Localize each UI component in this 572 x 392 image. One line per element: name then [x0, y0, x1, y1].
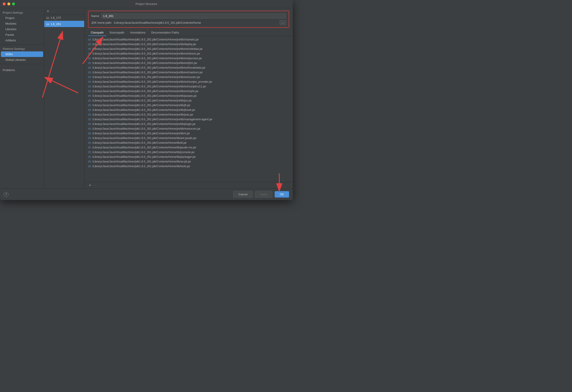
- window-controls: [3, 2, 15, 5]
- classpath-item[interactable]: 🗃/Library/Java/JavaVirtualMachines/jdk1.…: [88, 51, 289, 56]
- sdk-name-1_8_261: 1.8_261: [50, 22, 61, 26]
- classpath-item[interactable]: 🗃/Library/Java/JavaVirtualMachines/jdk1.…: [88, 70, 289, 75]
- classpath-item[interactable]: 🗃/Library/Java/JavaVirtualMachines/jdk1.…: [88, 84, 289, 89]
- classpath-path: /Library/Java/JavaVirtualMachines/jdk1.8…: [92, 94, 197, 98]
- classpath-item[interactable]: 🗃/Library/Java/JavaVirtualMachines/jdk1.…: [88, 75, 289, 79]
- classpath-path: /Library/Java/JavaVirtualMachines/jdk1.8…: [92, 43, 196, 46]
- classpath-item[interactable]: 🗃/Library/Java/JavaVirtualMachines/jdk1.…: [88, 154, 289, 159]
- add-classpath-button[interactable]: +: [88, 183, 92, 187]
- classpath-item[interactable]: 🗃/Library/Java/JavaVirtualMachines/jdk1.…: [88, 108, 289, 112]
- jar-icon: 🗃: [88, 75, 91, 79]
- ok-button[interactable]: OK: [275, 191, 289, 197]
- jar-icon: 🗃: [88, 132, 91, 135]
- remove-sdk-button[interactable]: −: [52, 9, 55, 13]
- classpath-path: /Library/Java/JavaVirtualMachines/jdk1.8…: [92, 122, 196, 126]
- sidebar: Project Settings Project Modules Librari…: [0, 8, 44, 188]
- sdk-item-1_8_172[interactable]: 🗂 1.8_172: [44, 15, 84, 21]
- classpath-item[interactable]: 🗃/Library/Java/JavaVirtualMachines/jdk1.…: [88, 122, 289, 126]
- sidebar-item-facets[interactable]: Facets: [0, 32, 44, 37]
- classpath-path: /Library/Java/JavaVirtualMachines/jdk1.8…: [92, 141, 187, 144]
- jar-icon: 🗃: [88, 103, 91, 107]
- classpath-item[interactable]: 🗃/Library/Java/JavaVirtualMachines/jdk1.…: [88, 79, 289, 84]
- jar-icon: 🗃: [88, 160, 91, 163]
- classpath-item[interactable]: 🗃/Library/Java/JavaVirtualMachines/jdk1.…: [88, 159, 289, 164]
- sidebar-item-libraries[interactable]: Libraries: [0, 26, 44, 32]
- classpath-path: /Library/Java/JavaVirtualMachines/jdk1.8…: [92, 85, 206, 88]
- remove-classpath-button[interactable]: −: [94, 183, 97, 187]
- jar-icon: 🗃: [88, 108, 91, 112]
- jar-icon: 🗃: [88, 61, 91, 65]
- classpath-item[interactable]: 🗃/Library/Java/JavaVirtualMachines/jdk1.…: [88, 61, 289, 65]
- name-label: Name:: [91, 14, 100, 18]
- sidebar-item-global-libraries[interactable]: Global Libraries: [0, 57, 44, 63]
- classpath-item[interactable]: 🗃/Library/Java/JavaVirtualMachines/jdk1.…: [88, 145, 289, 150]
- maximize-button[interactable]: [12, 2, 15, 5]
- sidebar-item-artifacts[interactable]: Artifacts: [0, 37, 44, 43]
- folder-icon-selected: 🗂: [46, 22, 49, 26]
- sdk-list-panel: + − 🗂 1.8_172 🗂 1.8_261: [44, 8, 84, 188]
- classpath-item[interactable]: 🗃/Library/Java/JavaVirtualMachines/jdk1.…: [88, 103, 289, 108]
- tab-classpath[interactable]: Classpath: [88, 30, 106, 36]
- sidebar-divider: [0, 45, 44, 45]
- jar-icon: 🗃: [88, 146, 91, 149]
- cancel-button[interactable]: Cancel: [233, 191, 253, 197]
- tab-documentation-paths[interactable]: Documentation Paths: [149, 30, 182, 36]
- sidebar-item-sdks[interactable]: SDKs: [1, 51, 43, 57]
- classpath-item[interactable]: 🗃/Library/Java/JavaVirtualMachines/jdk1.…: [88, 56, 289, 61]
- tab-annotations[interactable]: Annotations: [127, 30, 148, 36]
- classpath-item[interactable]: 🗃/Library/Java/JavaVirtualMachines/jdk1.…: [88, 164, 289, 168]
- classpath-path: /Library/Java/JavaVirtualMachines/jdk1.8…: [92, 151, 195, 154]
- jdk-home-more-button[interactable]: ...: [280, 20, 286, 25]
- sidebar-item-modules[interactable]: Modules: [0, 21, 44, 26]
- sdk-name-1_8_172: 1.8_172: [50, 16, 61, 19]
- project-settings-header: Project Settings: [0, 10, 44, 15]
- classpath-path: /Library/Java/JavaVirtualMachines/jdk1.8…: [92, 57, 202, 60]
- classpath-item[interactable]: 🗃/Library/Java/JavaVirtualMachines/jdk1.…: [88, 93, 289, 98]
- title-bar: Project Structure: [0, 0, 293, 8]
- classpath-item[interactable]: 🗃/Library/Java/JavaVirtualMachines/jdk1.…: [88, 140, 289, 145]
- classpath-item[interactable]: 🗃/Library/Java/JavaVirtualMachines/jdk1.…: [88, 136, 289, 140]
- name-input[interactable]: [101, 13, 286, 18]
- classpath-path: /Library/Java/JavaVirtualMachines/jdk1.8…: [92, 66, 205, 69]
- classpath-item[interactable]: 🗃/Library/Java/JavaVirtualMachines/jdk1.…: [88, 112, 289, 117]
- classpath-path: /Library/Java/JavaVirtualMachines/jdk1.8…: [92, 62, 197, 65]
- classpath-item[interactable]: 🗃/Library/Java/JavaVirtualMachines/jdk1.…: [88, 37, 289, 42]
- close-button[interactable]: [3, 2, 6, 5]
- classpath-item[interactable]: 🗃/Library/Java/JavaVirtualMachines/jdk1.…: [88, 150, 289, 154]
- action-buttons: Cancel Apply OK: [233, 191, 289, 197]
- jar-icon: 🗃: [88, 52, 91, 55]
- classpath-item[interactable]: 🗃/Library/Java/JavaVirtualMachines/jdk1.…: [88, 47, 289, 51]
- classpath-path: /Library/Java/JavaVirtualMachines/jdk1.8…: [92, 132, 190, 135]
- classpath-path: /Library/Java/JavaVirtualMachines/jdk1.8…: [92, 160, 191, 163]
- apply-button[interactable]: Apply: [255, 191, 273, 197]
- classpath-item[interactable]: 🗃/Library/Java/JavaVirtualMachines/jdk1.…: [88, 89, 289, 93]
- add-sdk-button[interactable]: +: [46, 9, 50, 13]
- classpath-item[interactable]: 🗃/Library/Java/JavaVirtualMachines/jdk1.…: [88, 126, 289, 131]
- classpath-path: /Library/Java/JavaVirtualMachines/jdk1.8…: [92, 71, 203, 74]
- sdk-item-1_8_261[interactable]: 🗂 1.8_261: [44, 21, 84, 27]
- classpath-toolbar: + −: [84, 182, 293, 188]
- classpath-item[interactable]: 🗃/Library/Java/JavaVirtualMachines/jdk1.…: [88, 117, 289, 122]
- classpath-item[interactable]: 🗃/Library/Java/JavaVirtualMachines/jdk1.…: [88, 98, 289, 103]
- help-button[interactable]: ?: [4, 192, 8, 197]
- classpath-path: /Library/Java/JavaVirtualMachines/jdk1.8…: [92, 108, 195, 112]
- classpath-path: /Library/Java/JavaVirtualMachines/jdk1.8…: [92, 127, 200, 130]
- bottom-bar: ? Cancel Apply OK: [0, 188, 293, 200]
- jar-icon: 🗃: [88, 164, 91, 168]
- sidebar-item-problems[interactable]: Problems: [0, 67, 44, 73]
- jar-icon: 🗃: [88, 127, 91, 130]
- classpath-path: /Library/Java/JavaVirtualMachines/jdk1.8…: [92, 52, 200, 55]
- jar-icon: 🗃: [88, 85, 91, 88]
- minimize-button[interactable]: [7, 2, 10, 5]
- classpath-path: /Library/Java/JavaVirtualMachines/jdk1.8…: [92, 146, 196, 149]
- classpath-item[interactable]: 🗃/Library/Java/JavaVirtualMachines/jdk1.…: [88, 65, 289, 70]
- classpath-list: 🗃/Library/Java/JavaVirtualMachines/jdk1.…: [84, 36, 293, 182]
- classpath-item[interactable]: 🗃/Library/Java/JavaVirtualMachines/jdk1.…: [88, 42, 289, 47]
- jar-icon: 🗃: [88, 113, 91, 116]
- sidebar-item-project[interactable]: Project: [0, 15, 44, 21]
- classpath-path: /Library/Java/JavaVirtualMachines/jdk1.8…: [92, 80, 212, 83]
- classpath-path: /Library/Java/JavaVirtualMachines/jdk1.8…: [92, 47, 203, 50]
- tab-sourcepath[interactable]: Sourcepath: [107, 30, 127, 36]
- jar-icon: 🗃: [88, 80, 91, 83]
- classpath-item[interactable]: 🗃/Library/Java/JavaVirtualMachines/jdk1.…: [88, 131, 289, 136]
